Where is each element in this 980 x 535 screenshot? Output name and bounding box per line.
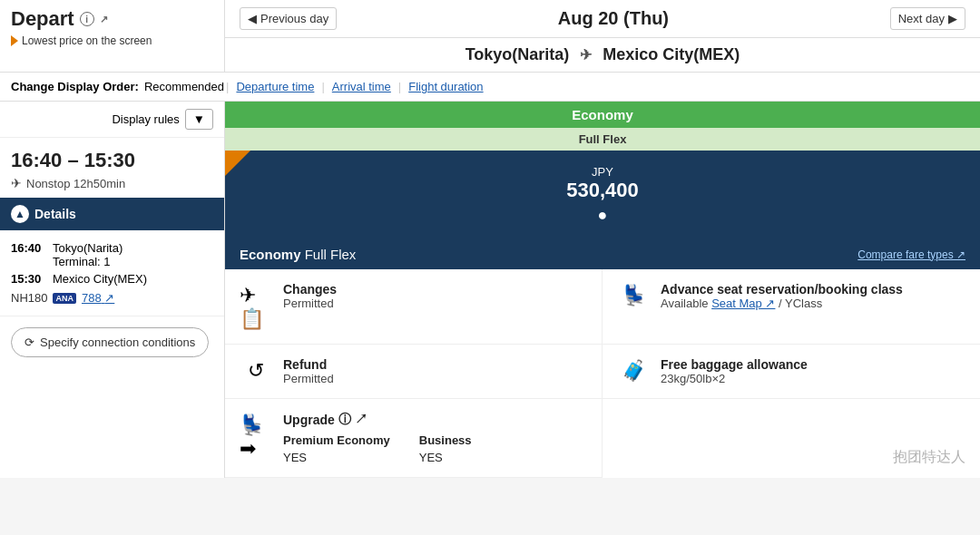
seat-available: Available — [661, 297, 709, 310]
fare-type-row: Economy Full Flex Compare fare types ↗ — [225, 239, 980, 269]
flight-nonstop: ✈ Nonstop 12h50min — [11, 176, 213, 190]
sort-flight-duration[interactable]: Flight duration — [408, 80, 483, 93]
details-label: Details — [34, 207, 76, 221]
chevron-right-icon: ▶ — [948, 12, 957, 25]
sort-bar: Change Display Order: Recommended | Depa… — [0, 73, 980, 102]
right-panel: Economy Full Flex JPY 530,400 ● Economy … — [225, 102, 980, 478]
prev-day-label: Previous day — [260, 12, 328, 25]
fare-changes-item: ✈📋 Changes Permitted — [225, 269, 603, 345]
fare-baggage-item: 🧳 Free baggage allowance 23kg/50lb×2 — [603, 345, 980, 399]
depart-location: Tokyo(Narita) — [53, 241, 122, 255]
changes-text: Changes Permitted — [283, 282, 587, 310]
top-nav: ◀ Previous day Aug 20 (Thu) Next day ▶ T… — [225, 0, 980, 72]
details-bar[interactable]: ▲ Details — [0, 198, 224, 230]
flight-row: 16:40 – 15:30 ✈ Nonstop 12h50min — [0, 138, 224, 198]
next-day-button[interactable]: Next day ▶ — [890, 7, 965, 30]
refund-icon: ↺ — [240, 357, 272, 383]
depart-label: Depart — [11, 7, 74, 31]
sort-arrival-time[interactable]: Arrival time — [332, 80, 391, 93]
upgrade-info-icon[interactable]: ⓘ ↗ — [338, 412, 368, 428]
stop-row-depart: 16:40 Tokyo(Narita) Terminal: 1 — [11, 241, 213, 268]
seat-map-link[interactable]: Seat Map ↗ — [711, 297, 775, 310]
baggage-icon: 🧳 — [617, 357, 650, 383]
upgrade-title: Upgrade ⓘ ↗ — [283, 412, 587, 428]
top-left-panel: Depart i ↗ Lowest price on the screen — [0, 0, 225, 72]
specify-icon: ⟳ — [24, 336, 34, 349]
depart-time: 16:40 — [11, 241, 45, 268]
details-circle-icon: ▲ — [11, 205, 29, 223]
fare-type-name: Economy — [240, 247, 301, 262]
nonstop-plane-icon: ✈ — [11, 176, 22, 190]
chevron-left-icon: ◀ — [248, 12, 257, 25]
fare-details-grid: ✈📋 Changes Permitted 💺 Advance seat rese… — [225, 269, 980, 478]
refund-title: Refund — [283, 357, 587, 372]
nonstop-label: Nonstop 12h50min — [26, 177, 125, 190]
current-date: Aug 20 (Thu) — [558, 8, 669, 29]
fare-dot: ● — [232, 206, 973, 225]
upgrade-business-col: Business YES — [419, 433, 472, 464]
lowest-price-text: Lowest price on the screen — [22, 34, 152, 47]
date-row: ◀ Previous day Aug 20 (Thu) Next day ▶ — [225, 0, 980, 38]
lowest-price-banner: Lowest price on the screen — [11, 34, 213, 47]
depart-title: Depart i ↗ — [11, 7, 213, 31]
seat-subtitle: Available Seat Map ↗ / YClass — [661, 297, 965, 310]
specify-label: Specify connection conditions — [40, 336, 195, 349]
fare-currency: JPY — [232, 165, 973, 179]
business-label: Business — [419, 433, 472, 447]
prev-day-button[interactable]: ◀ Previous day — [240, 7, 337, 30]
dropdown-arrow-icon: ▼ — [193, 112, 205, 126]
aircraft-code: 788 — [82, 291, 102, 305]
fare-price-block[interactable]: JPY 530,400 ● — [225, 151, 980, 239]
fare-upgrade-item: 💺➡ Upgrade ⓘ ↗ Premium Economy YES — [225, 399, 603, 478]
sort-divider-1: | — [226, 80, 229, 93]
next-day-label: Next day — [898, 12, 945, 25]
fare-economy-header: Economy — [225, 102, 980, 128]
arrive-time: 15:30 — [11, 272, 45, 286]
sort-label: Change Display Order: — [11, 80, 139, 93]
detail-stops: 16:40 Tokyo(Narita) Terminal: 1 15:30 Me… — [0, 230, 224, 316]
top-bar: Depart i ↗ Lowest price on the screen ◀ … — [0, 0, 980, 73]
seat-text: Advance seat reservation/booking class A… — [661, 282, 965, 310]
origin-city: Tokyo(Narita) — [466, 45, 570, 64]
fare-full-flex-header: Full Flex — [225, 128, 980, 151]
fare-seat-item: 💺 Advance seat reservation/booking class… — [603, 269, 980, 345]
display-rules-dropdown[interactable]: ▼ — [185, 109, 213, 130]
changes-icon: ✈📋 — [240, 282, 272, 331]
business-val: YES — [419, 451, 472, 464]
stop-row-arrive: 15:30 Mexico City(MEX) — [11, 272, 213, 286]
fare-amount: 530,400 — [232, 179, 973, 202]
price-corner-flag — [225, 151, 250, 176]
arrive-location: Mexico City(MEX) — [53, 272, 147, 286]
route-arrow-icon: ✈ — [580, 46, 592, 63]
seat-title: Advance seat reservation/booking class — [661, 282, 965, 297]
ana-logo: ANA — [53, 293, 76, 304]
left-panel: Display rules ▼ 16:40 – 15:30 ✈ Nonstop … — [0, 102, 225, 478]
compare-fare-link[interactable]: Compare fare types ↗ — [858, 248, 965, 261]
aircraft-link[interactable]: 788 ↗ — [82, 291, 114, 305]
refund-text: Refund Permitted — [283, 357, 587, 385]
premium-economy-label: Premium Economy — [283, 433, 390, 447]
external-link-icon[interactable]: ↗ — [100, 14, 108, 25]
depart-info-icon[interactable]: i — [80, 12, 94, 26]
premium-economy-val: YES — [283, 451, 390, 464]
baggage-title: Free baggage allowance — [661, 357, 965, 372]
specify-connection-button[interactable]: ⟳ Specify connection conditions — [11, 327, 209, 357]
upgrade-table: Premium Economy YES Business YES — [283, 433, 587, 464]
changes-title: Changes — [283, 282, 587, 297]
fare-refund-item: ↺ Refund Permitted — [225, 345, 603, 399]
baggage-subtitle: 23kg/50lb×2 — [661, 372, 965, 385]
upgrade-premium-col: Premium Economy YES — [283, 433, 390, 464]
sort-departure-time[interactable]: Departure time — [236, 80, 314, 93]
changes-subtitle: Permitted — [283, 297, 587, 310]
price-flag-icon — [11, 35, 18, 46]
baggage-text: Free baggage allowance 23kg/50lb×2 — [661, 357, 965, 385]
fare-type-label: Economy Full Flex — [240, 247, 356, 262]
details-chevron-icon: ▲ — [15, 208, 25, 220]
refund-subtitle: Permitted — [283, 372, 587, 385]
destination-city: Mexico City(MEX) — [603, 45, 740, 64]
display-rules-label: Display rules — [112, 112, 179, 126]
fare-details-container: ✈📋 Changes Permitted 💺 Advance seat rese… — [225, 269, 980, 478]
sort-divider-3: | — [398, 80, 401, 93]
main-content: Display rules ▼ 16:40 – 15:30 ✈ Nonstop … — [0, 102, 980, 478]
display-rules-row: Display rules ▼ — [0, 102, 224, 138]
